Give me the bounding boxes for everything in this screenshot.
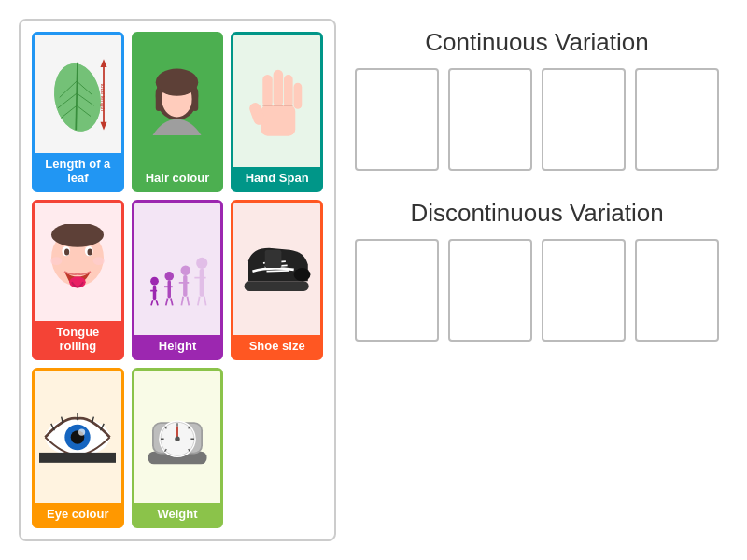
svg-point-51 (196, 258, 207, 269)
svg-point-41 (164, 272, 174, 281)
card-hair-colour-label: Hair colour (134, 167, 221, 189)
continuous-drop-zone-3[interactable] (542, 68, 626, 171)
svg-point-46 (180, 266, 190, 276)
svg-rect-21 (273, 70, 283, 106)
card-hair-colour[interactable]: Hair colour (132, 32, 224, 192)
svg-line-39 (151, 300, 153, 305)
svg-point-85 (175, 437, 179, 441)
svg-line-40 (156, 300, 158, 305)
card-hand-span[interactable]: Hand Span (231, 32, 323, 192)
continuous-drop-zone-2[interactable] (448, 68, 532, 171)
svg-rect-61 (264, 250, 281, 268)
svg-rect-16 (156, 88, 162, 110)
card-height[interactable]: Height (132, 200, 224, 360)
svg-rect-20 (262, 75, 273, 107)
card-shoe-size[interactable]: Shoe size (231, 200, 323, 360)
svg-rect-18 (261, 105, 295, 136)
discontinuous-drop-zone-4[interactable] (635, 239, 719, 342)
svg-point-30 (64, 249, 69, 256)
svg-text:total length: total length (100, 84, 106, 112)
svg-rect-56 (244, 281, 308, 291)
continuous-drop-zone-4[interactable] (635, 68, 719, 171)
discontinuous-drop-zones (355, 239, 719, 342)
svg-rect-22 (284, 75, 293, 107)
card-eye-colour-label: Eye colour (35, 503, 121, 525)
svg-rect-37 (153, 286, 157, 301)
svg-point-33 (50, 258, 62, 266)
svg-rect-42 (167, 280, 171, 298)
svg-line-50 (187, 297, 189, 306)
discontinuous-drop-zone-1[interactable] (355, 239, 439, 342)
svg-rect-71 (39, 453, 116, 463)
continuous-drop-zone-1[interactable] (355, 68, 439, 171)
svg-point-36 (150, 277, 159, 286)
discontinuous-drop-zone-2[interactable] (448, 239, 532, 342)
svg-point-31 (88, 249, 92, 256)
card-eye-colour[interactable]: Eye colour (32, 368, 124, 528)
continuous-variation-title: Continuous Variation (355, 28, 719, 57)
svg-line-60 (266, 271, 289, 272)
svg-marker-10 (101, 60, 107, 68)
discontinuous-drop-zone-3[interactable] (542, 239, 626, 342)
card-shoe-size-label: Shoe size (233, 335, 320, 357)
card-weight[interactable]: Weight (132, 368, 224, 528)
discontinuous-variation-title: Discontinuous Variation (355, 199, 719, 228)
card-hand-span-label: Hand Span (233, 167, 320, 189)
svg-point-34 (93, 258, 105, 266)
card-tongue-rolling[interactable]: Tongue rolling (32, 200, 124, 360)
svg-point-65 (78, 428, 85, 435)
svg-line-44 (166, 299, 168, 306)
svg-line-55 (204, 297, 206, 306)
svg-rect-52 (200, 269, 204, 297)
svg-line-49 (181, 297, 183, 306)
cards-panel: total length Length of a leaf (19, 19, 336, 541)
right-panel: Continuous Variation Discontinuous Varia… (336, 19, 738, 541)
svg-rect-17 (192, 88, 199, 110)
svg-line-54 (198, 297, 200, 306)
continuous-drop-zones (355, 68, 719, 171)
card-tongue-rolling-label: Tongue rolling (35, 321, 121, 357)
svg-point-57 (293, 268, 310, 281)
card-height-label: Height (134, 335, 221, 357)
card-length-leaf-label: Length of a leaf (35, 153, 121, 189)
card-weight-label: Weight (134, 503, 221, 525)
svg-line-45 (171, 299, 173, 306)
svg-point-15 (156, 68, 199, 95)
svg-marker-11 (101, 122, 107, 131)
card-length-leaf[interactable]: total length Length of a leaf (32, 32, 124, 192)
svg-rect-23 (293, 83, 302, 109)
svg-rect-47 (183, 275, 187, 297)
